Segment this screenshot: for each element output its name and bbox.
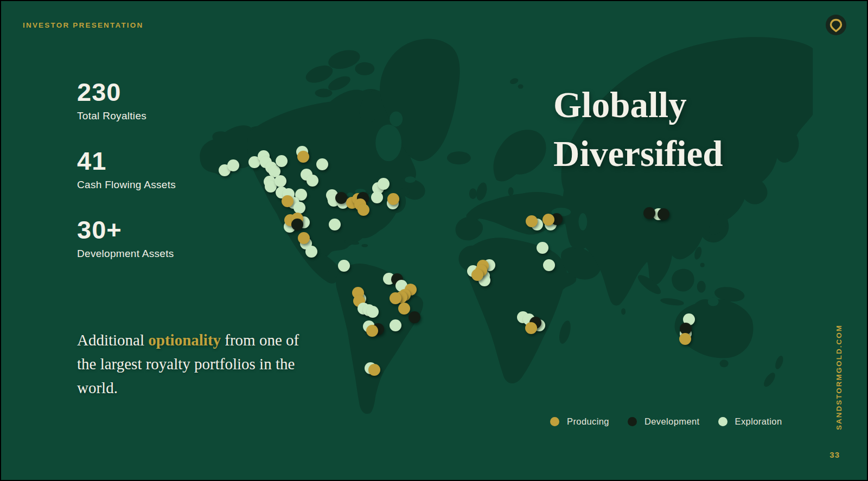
map-legend: Producing Development Exploration <box>550 416 782 427</box>
map-marker-producing <box>297 151 309 163</box>
optionality-paragraph: Additional optionality from one of the l… <box>77 328 305 400</box>
map-marker-exploration <box>378 178 390 190</box>
map-marker-development <box>643 207 655 219</box>
map-marker-producing <box>358 204 369 216</box>
map-marker-producing <box>471 269 483 281</box>
map-marker-producing <box>526 215 538 227</box>
slide: INVESTOR PRESENTATION 230 Total Royaltie… <box>0 0 868 481</box>
legend-item-producing: Producing <box>550 416 609 427</box>
page-title-line2: Diversified <box>553 129 723 178</box>
legend-label: Producing <box>567 416 609 427</box>
map-marker-producing <box>525 322 537 334</box>
page-title-line1: Globally <box>553 80 723 129</box>
legend-item-exploration: Exploration <box>718 416 782 427</box>
map-marker-development <box>335 192 347 204</box>
stat-value: 41 <box>77 147 176 175</box>
map-marker-producing <box>282 195 293 207</box>
stat-total-royalties: 230 Total Royalties <box>77 78 176 123</box>
map-marker-producing <box>368 364 380 376</box>
map-marker-development <box>658 208 669 220</box>
producing-dot-icon <box>550 417 559 426</box>
optionality-highlight: optionality <box>148 331 221 349</box>
stat-value: 30+ <box>77 216 176 244</box>
map-marker-producing <box>398 303 410 315</box>
stat-label: Total Royalties <box>77 109 176 123</box>
map-marker-producing <box>542 214 554 226</box>
map-marker-producing <box>390 292 401 304</box>
map-marker-exploration <box>537 242 548 254</box>
map-marker-exploration <box>293 202 305 214</box>
legend-label: Exploration <box>735 416 782 427</box>
stat-label: Development Assets <box>77 247 176 261</box>
page-title: Globally Diversified <box>553 80 723 178</box>
map-marker-exploration <box>275 175 286 187</box>
legend-label: Development <box>644 416 700 427</box>
map-marker-producing <box>366 325 378 337</box>
map-marker-producing <box>298 232 310 244</box>
map-marker-exploration <box>371 191 383 203</box>
map-marker-exploration <box>276 155 288 167</box>
paragraph-pre: Additional <box>77 331 148 349</box>
map-marker-exploration <box>338 260 350 272</box>
legend-item-development: Development <box>628 416 700 427</box>
sandstorm-gold-logo-icon <box>826 15 846 35</box>
map-marker-producing <box>679 333 691 345</box>
map-marker-development <box>409 311 420 323</box>
stat-cash-flowing-assets: 41 Cash Flowing Assets <box>77 147 176 192</box>
map-marker-exploration <box>367 306 379 318</box>
website-vertical-text: SANDSTORMGOLD.COM <box>835 324 843 430</box>
page-number: 33 <box>829 450 840 459</box>
map-marker-producing <box>387 193 399 205</box>
exploration-dot-icon <box>718 417 727 426</box>
map-marker-exploration <box>390 319 401 331</box>
stat-value: 230 <box>77 78 176 106</box>
map-marker-exploration <box>227 159 239 171</box>
map-marker-development <box>291 219 303 230</box>
eyebrow: INVESTOR PRESENTATION <box>23 21 143 29</box>
map-marker-exploration <box>543 259 555 271</box>
map-marker-exploration <box>329 219 341 230</box>
map-marker-exploration <box>307 175 318 187</box>
map-marker-exploration <box>305 246 317 258</box>
development-dot-icon <box>628 417 637 426</box>
stat-label: Cash Flowing Assets <box>77 178 176 192</box>
stat-development-assets: 30+ Development Assets <box>77 216 176 261</box>
map-marker-exploration <box>316 158 328 170</box>
stats-block: 230 Total Royalties 41 Cash Flowing Asse… <box>77 78 176 261</box>
